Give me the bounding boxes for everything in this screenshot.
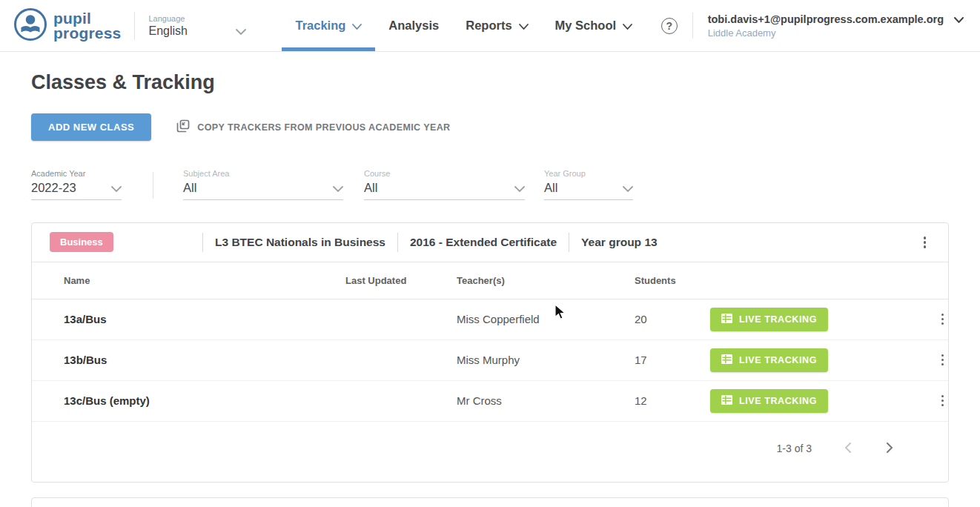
chevron-down-icon [519,19,529,33]
help-icon[interactable]: ? [661,18,678,34]
account-school: Liddle Academy [708,27,964,39]
pagination: 1-3 of 3 [32,422,948,482]
year-group: Year group 13 [581,236,658,249]
chevron-down-icon [623,19,632,33]
language-select[interactable]: Language English [148,14,246,38]
tracker-grid-icon [721,395,732,407]
tracker-grid-icon [721,354,732,366]
table-row: 13b/Bus Miss Murphy 17 [32,340,948,381]
filter-divider [153,172,153,199]
pupil-progress-logo-icon [13,7,47,44]
students-count: 12 [635,394,710,407]
students-count: 17 [635,354,710,366]
filter-academic-year[interactable]: Academic Year 2022-23 [31,169,122,200]
filter-course[interactable]: Course All [364,169,525,200]
class-name: 13c/Bus (empty) [64,394,345,407]
course-title: L3 BTEC Nationals in Business [215,236,385,249]
tracker-grid-icon [721,314,732,325]
teachers: Miss Murphy [457,354,635,366]
live-tracking-button[interactable]: LIVE TRACKING [710,308,828,331]
column-header-last-updated: Last Updated [345,275,457,286]
copy-icon [176,119,190,135]
class-name: 13a/Bus [64,313,345,325]
subject-badge-column: Business [50,232,191,252]
column-header-students: Students [635,275,710,286]
filters-row: Academic Year 2022-23 Subject Area All C… [31,169,949,200]
main-nav: Tracking Analysis Reports My School [282,0,646,51]
column-header-name: Name [64,275,345,286]
classes-table: Name Last Updated Teacher(s) Students 13… [32,262,948,422]
account-email: tobi.davis+1@pupilprogress.com.example.o… [708,13,944,25]
chevron-down-icon [236,24,246,38]
header-separator [397,233,398,252]
add-new-class-button[interactable]: ADD NEW CLASS [31,113,151,141]
row-menu-kebab-icon[interactable] [937,391,949,411]
subject-badge: Business [50,232,113,252]
chevron-down-icon [111,182,122,195]
row-menu-kebab-icon[interactable] [937,309,949,330]
chevron-down-icon [352,19,362,33]
header-separator [202,233,203,252]
nav-tab-analysis[interactable]: Analysis [375,0,452,51]
brand-logo[interactable]: pupil progress [13,7,121,44]
table-header-row: Name Last Updated Teacher(s) Students [32,262,948,299]
class-card-business: Business L3 BTEC Nationals in Business 2… [31,222,949,483]
class-card-engineering: Engineering & Construction L3 BTEC Natio… [31,497,949,507]
filter-year-group[interactable]: Year Group All [544,169,633,200]
page-title: Classes & Tracking [31,71,949,94]
main-content: Classes & Tracking ADD NEW CLASS COPY TR… [0,71,980,507]
header-separator [569,233,569,252]
chevron-down-icon [333,182,343,195]
teachers: Miss Copperfield [457,313,635,325]
chevron-down-icon [514,182,525,195]
pagination-next-icon[interactable] [876,438,904,460]
teachers: Mr Cross [457,394,635,407]
live-tracking-button[interactable]: LIVE TRACKING [710,348,828,372]
card-menu-kebab-icon[interactable] [919,232,931,253]
brand-name: pupil progress [53,11,121,40]
language-value: English [148,24,187,38]
live-tracking-button[interactable]: LIVE TRACKING [710,389,828,413]
header-right: ? tobi.davis+1@pupilprogress.com.example… [661,13,964,39]
class-name: 13b/Bus [64,354,345,366]
table-row: 13a/Bus Miss Copperfield 20 [32,299,948,340]
class-card-header: Engineering & Construction L3 BTEC Natio… [32,498,948,507]
app-header: pupil progress Language English Tracking… [0,0,980,52]
account-menu[interactable]: tobi.davis+1@pupilprogress.com.example.o… [692,13,964,39]
pagination-prev-icon[interactable] [834,438,861,460]
chevron-down-icon [954,13,964,26]
table-row: 13c/Bus (empty) Mr Cross 12 [32,381,948,422]
nav-tab-my-school[interactable]: My School [542,0,646,51]
nav-tab-tracking[interactable]: Tracking [282,0,375,51]
row-menu-kebab-icon[interactable] [937,350,949,371]
class-card-header: Business L3 BTEC Nationals in Business 2… [32,223,948,262]
column-header-teachers: Teacher(s) [457,275,635,286]
course-spec: 2016 - Extended Certificate [410,236,557,249]
language-label: Language [148,14,246,23]
chevron-down-icon [623,182,633,195]
filter-subject-area[interactable]: Subject Area All [183,169,343,200]
pagination-range: 1-3 of 3 [777,443,812,454]
students-count: 20 [635,313,710,325]
copy-trackers-label: COPY TRACKERS FROM PREVIOUS ACADEMIC YEA… [197,122,450,133]
actions-row: ADD NEW CLASS COPY TRACKERS FROM PREVIOU… [31,113,949,141]
header-divider [134,12,135,40]
nav-tab-reports[interactable]: Reports [452,0,541,51]
copy-trackers-button[interactable]: COPY TRACKERS FROM PREVIOUS ACADEMIC YEA… [176,119,450,135]
